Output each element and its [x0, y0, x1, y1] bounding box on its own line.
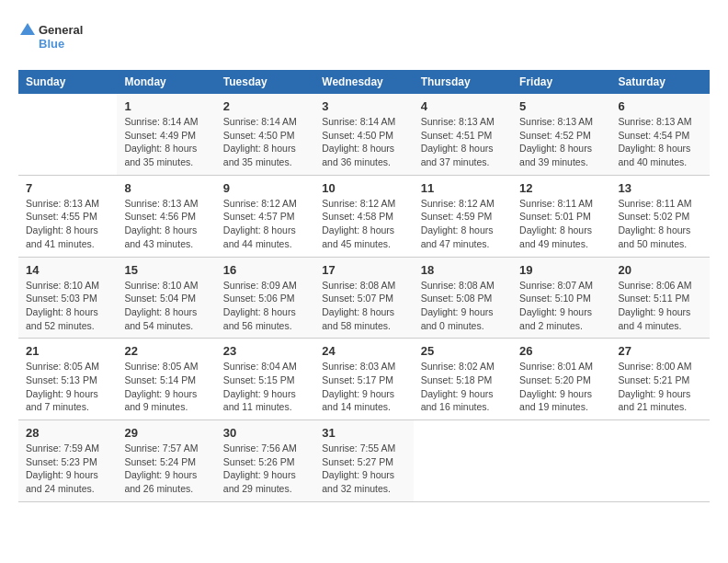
day-number: 25 — [421, 344, 505, 358]
week-row-5: 28Sunrise: 7:59 AMSunset: 5:23 PMDayligh… — [18, 420, 710, 502]
column-header-sunday: Sunday — [18, 70, 117, 94]
calendar-cell: 30Sunrise: 7:56 AMSunset: 5:26 PMDayligh… — [216, 420, 314, 502]
calendar-cell: 15Sunrise: 8:10 AMSunset: 5:04 PMDayligh… — [117, 257, 215, 339]
page-header: General Blue — [18, 18, 710, 55]
column-header-monday: Monday — [117, 70, 215, 94]
day-number: 6 — [619, 99, 702, 113]
day-info: Sunrise: 8:13 AMSunset: 4:54 PMDaylight:… — [619, 115, 702, 169]
day-number: 2 — [223, 99, 307, 113]
svg-marker-2 — [20, 23, 35, 35]
calendar-cell — [414, 420, 512, 502]
calendar-cell: 11Sunrise: 8:12 AMSunset: 4:59 PMDayligh… — [414, 175, 512, 257]
column-header-friday: Friday — [512, 70, 610, 94]
column-header-saturday: Saturday — [611, 70, 710, 94]
calendar-cell: 31Sunrise: 7:55 AMSunset: 5:27 PMDayligh… — [314, 420, 413, 502]
day-number: 26 — [519, 344, 603, 358]
calendar-cell: 23Sunrise: 8:04 AMSunset: 5:15 PMDayligh… — [216, 339, 314, 420]
calendar-cell: 27Sunrise: 8:00 AMSunset: 5:21 PMDayligh… — [611, 339, 710, 420]
day-info: Sunrise: 8:14 AMSunset: 4:50 PMDaylight:… — [322, 115, 405, 169]
logo-svg: General Blue — [18, 18, 101, 55]
day-number: 15 — [124, 263, 208, 277]
calendar-cell: 1Sunrise: 8:14 AMSunset: 4:49 PMDaylight… — [117, 94, 215, 175]
calendar-cell: 22Sunrise: 8:05 AMSunset: 5:14 PMDayligh… — [117, 339, 215, 420]
calendar-cell: 13Sunrise: 8:11 AMSunset: 5:02 PMDayligh… — [611, 175, 710, 257]
calendar-cell — [18, 94, 117, 175]
day-number: 16 — [223, 263, 307, 277]
day-number: 13 — [619, 181, 702, 195]
day-number: 8 — [124, 181, 208, 195]
day-info: Sunrise: 8:05 AMSunset: 5:14 PMDaylight:… — [124, 360, 208, 414]
calendar-cell: 29Sunrise: 7:57 AMSunset: 5:24 PMDayligh… — [117, 420, 215, 502]
day-info: Sunrise: 8:05 AMSunset: 5:13 PMDaylight:… — [26, 360, 109, 414]
column-header-thursday: Thursday — [414, 70, 512, 94]
day-info: Sunrise: 7:59 AMSunset: 5:23 PMDaylight:… — [26, 442, 109, 496]
day-info: Sunrise: 8:06 AMSunset: 5:11 PMDaylight:… — [619, 279, 702, 333]
calendar-cell — [512, 420, 610, 502]
svg-text:General: General — [39, 23, 83, 37]
day-info: Sunrise: 8:12 AMSunset: 4:58 PMDaylight:… — [322, 197, 405, 251]
calendar-table: SundayMondayTuesdayWednesdayThursdayFrid… — [18, 70, 710, 502]
calendar-cell: 28Sunrise: 7:59 AMSunset: 5:23 PMDayligh… — [18, 420, 117, 502]
calendar-cell: 8Sunrise: 8:13 AMSunset: 4:56 PMDaylight… — [117, 175, 215, 257]
calendar-cell — [611, 420, 710, 502]
day-info: Sunrise: 8:13 AMSunset: 4:56 PMDaylight:… — [124, 197, 208, 251]
day-info: Sunrise: 8:10 AMSunset: 5:04 PMDaylight:… — [124, 279, 208, 333]
day-info: Sunrise: 8:14 AMSunset: 4:50 PMDaylight:… — [223, 115, 307, 169]
day-number: 5 — [519, 99, 603, 113]
calendar-cell: 17Sunrise: 8:08 AMSunset: 5:07 PMDayligh… — [314, 257, 413, 339]
calendar-cell: 9Sunrise: 8:12 AMSunset: 4:57 PMDaylight… — [216, 175, 314, 257]
day-info: Sunrise: 8:02 AMSunset: 5:18 PMDaylight:… — [421, 360, 505, 414]
day-info: Sunrise: 8:12 AMSunset: 4:59 PMDaylight:… — [421, 197, 505, 251]
day-info: Sunrise: 8:13 AMSunset: 4:51 PMDaylight:… — [421, 115, 505, 169]
column-header-tuesday: Tuesday — [216, 70, 314, 94]
day-info: Sunrise: 8:14 AMSunset: 4:49 PMDaylight:… — [124, 115, 208, 169]
day-number: 29 — [124, 426, 208, 440]
calendar-cell: 16Sunrise: 8:09 AMSunset: 5:06 PMDayligh… — [216, 257, 314, 339]
calendar-cell: 19Sunrise: 8:07 AMSunset: 5:10 PMDayligh… — [512, 257, 610, 339]
day-number: 20 — [619, 263, 702, 277]
logo: General Blue — [18, 18, 101, 55]
calendar-cell: 6Sunrise: 8:13 AMSunset: 4:54 PMDaylight… — [611, 94, 710, 175]
calendar-cell: 10Sunrise: 8:12 AMSunset: 4:58 PMDayligh… — [314, 175, 413, 257]
day-number: 1 — [124, 99, 208, 113]
day-number: 3 — [322, 99, 405, 113]
calendar-cell: 7Sunrise: 8:13 AMSunset: 4:55 PMDaylight… — [18, 175, 117, 257]
day-info: Sunrise: 8:03 AMSunset: 5:17 PMDaylight:… — [322, 360, 405, 414]
day-info: Sunrise: 8:09 AMSunset: 5:06 PMDaylight:… — [223, 279, 307, 333]
svg-text:Blue: Blue — [39, 37, 64, 51]
day-info: Sunrise: 8:01 AMSunset: 5:20 PMDaylight:… — [519, 360, 603, 414]
day-number: 30 — [223, 426, 307, 440]
calendar-cell: 25Sunrise: 8:02 AMSunset: 5:18 PMDayligh… — [414, 339, 512, 420]
day-info: Sunrise: 7:56 AMSunset: 5:26 PMDaylight:… — [223, 442, 307, 496]
day-info: Sunrise: 8:10 AMSunset: 5:03 PMDaylight:… — [26, 279, 109, 333]
calendar-cell: 18Sunrise: 8:08 AMSunset: 5:08 PMDayligh… — [414, 257, 512, 339]
week-row-3: 14Sunrise: 8:10 AMSunset: 5:03 PMDayligh… — [18, 257, 710, 339]
day-number: 10 — [322, 181, 405, 195]
day-info: Sunrise: 8:08 AMSunset: 5:07 PMDaylight:… — [322, 279, 405, 333]
day-number: 21 — [26, 344, 109, 358]
calendar-cell: 2Sunrise: 8:14 AMSunset: 4:50 PMDaylight… — [216, 94, 314, 175]
day-number: 17 — [322, 263, 405, 277]
day-number: 12 — [519, 181, 603, 195]
calendar-header-row: SundayMondayTuesdayWednesdayThursdayFrid… — [18, 70, 710, 94]
calendar-cell: 20Sunrise: 8:06 AMSunset: 5:11 PMDayligh… — [611, 257, 710, 339]
calendar-cell: 5Sunrise: 8:13 AMSunset: 4:52 PMDaylight… — [512, 94, 610, 175]
calendar-cell: 26Sunrise: 8:01 AMSunset: 5:20 PMDayligh… — [512, 339, 610, 420]
day-number: 19 — [519, 263, 603, 277]
day-number: 11 — [421, 181, 505, 195]
day-info: Sunrise: 7:57 AMSunset: 5:24 PMDaylight:… — [124, 442, 208, 496]
day-number: 31 — [322, 426, 405, 440]
day-number: 24 — [322, 344, 405, 358]
week-row-4: 21Sunrise: 8:05 AMSunset: 5:13 PMDayligh… — [18, 339, 710, 420]
day-info: Sunrise: 8:07 AMSunset: 5:10 PMDaylight:… — [519, 279, 603, 333]
day-info: Sunrise: 8:13 AMSunset: 4:55 PMDaylight:… — [26, 197, 109, 251]
week-row-1: 1Sunrise: 8:14 AMSunset: 4:49 PMDaylight… — [18, 94, 710, 175]
day-number: 4 — [421, 99, 505, 113]
day-number: 28 — [26, 426, 109, 440]
calendar-cell: 21Sunrise: 8:05 AMSunset: 5:13 PMDayligh… — [18, 339, 117, 420]
day-info: Sunrise: 8:00 AMSunset: 5:21 PMDaylight:… — [619, 360, 702, 414]
day-info: Sunrise: 8:12 AMSunset: 4:57 PMDaylight:… — [223, 197, 307, 251]
day-number: 9 — [223, 181, 307, 195]
calendar-cell: 24Sunrise: 8:03 AMSunset: 5:17 PMDayligh… — [314, 339, 413, 420]
day-number: 18 — [421, 263, 505, 277]
